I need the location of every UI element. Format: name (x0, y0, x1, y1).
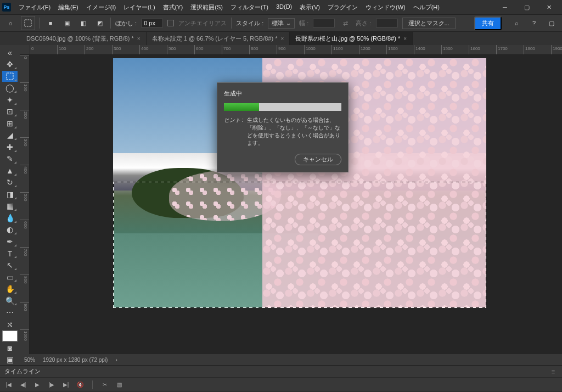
height-label: 高さ : (356, 19, 371, 27)
gradient-tool[interactable]: ▦ (2, 201, 18, 212)
menu-bar: ファイル(F) 編集(E) イメージ(I) レイヤー(L) 書式(Y) 選択範囲… (15, 2, 494, 13)
pen-tool[interactable]: ✒ (2, 236, 18, 247)
color-swap-icon[interactable]: ⤭ (2, 319, 18, 330)
menu-select[interactable]: 選択範囲(S) (187, 2, 226, 13)
add-selection-icon[interactable]: ▣ (61, 17, 73, 29)
foreground-color[interactable] (2, 331, 18, 341)
mute-icon[interactable]: 🔇 (76, 380, 85, 389)
svg-rect-1 (7, 73, 13, 80)
collapse-icon[interactable]: « (2, 47, 18, 58)
close-button[interactable]: ✕ (538, 0, 560, 14)
progress-fill (224, 103, 259, 111)
quickmask-icon[interactable]: ◙ (2, 343, 18, 354)
lasso-tool[interactable]: ◯ (2, 83, 18, 94)
crop-tool[interactable]: ⊡ (2, 107, 18, 117)
separator (40, 18, 40, 29)
close-icon[interactable]: × (403, 36, 407, 42)
feather-input[interactable] (141, 19, 163, 27)
history-brush-tool[interactable]: ↻ (2, 177, 18, 188)
menu-file[interactable]: ファイル(F) (15, 2, 54, 13)
select-and-mask-button[interactable]: 選択とマスク... (402, 18, 456, 29)
subtract-selection-icon[interactable]: ◧ (77, 17, 89, 29)
hand-tool[interactable]: ✋ (2, 283, 18, 294)
tab-1[interactable]: DSC06940.jpg @ 100% (背景, RGB/8) *× (21, 32, 147, 45)
status-chevron-icon[interactable]: › (115, 357, 117, 363)
close-icon[interactable]: × (280, 36, 284, 42)
menu-3d[interactable]: 3D(D) (273, 2, 295, 13)
tab-2[interactable]: 名称未設定 1 @ 66.7% (レイヤー 5, RGB/8#) *× (147, 32, 290, 45)
shape-tool[interactable]: ▭ (2, 272, 18, 283)
menu-image[interactable]: イメージ(I) (83, 2, 119, 13)
hint-text: 生成したくないものがある場合は、「削除」、「なし」、「～なしで」などを使用すると… (247, 116, 341, 147)
timeline-header: タイムライン ≡ (0, 366, 562, 378)
selection-marquee (113, 182, 486, 308)
next-frame-icon[interactable]: |▶ (47, 380, 56, 389)
document-dimensions[interactable]: 1920 px x 1280 px (72 ppi) (43, 357, 108, 363)
menu-edit[interactable]: 編集(E) (55, 2, 82, 13)
new-selection-icon[interactable]: ■ (44, 17, 57, 29)
style-label: スタイル : (236, 19, 263, 27)
width-label: 幅 : (299, 19, 308, 27)
options-bar: ⌂ ■ ▣ ◧ ◩ ぼかし : アンチエイリアス スタイル : 標準⌄ 幅 : … (0, 14, 562, 32)
edit-toolbar[interactable]: ⋯ (2, 307, 18, 318)
path-tool[interactable]: ↖ (2, 260, 18, 271)
ruler-corner[interactable] (20, 45, 30, 55)
prev-frame-icon[interactable]: ◀| (19, 380, 27, 389)
transition-icon[interactable]: ▧ (115, 380, 123, 389)
workspace-icon[interactable]: ▢ (546, 17, 558, 29)
wand-tool[interactable]: ✦ (2, 94, 18, 105)
tab-3[interactable]: 長野県の桜と山.jpg @ 50% (RGB/8#) *× (290, 32, 413, 45)
move-tool[interactable]: ✥ (2, 59, 18, 70)
menu-filter[interactable]: フィルター(T) (227, 2, 272, 13)
blur-tool[interactable]: 💧 (2, 212, 18, 223)
dodge-tool[interactable]: ◐ (2, 225, 18, 236)
style-dropdown[interactable]: 標準⌄ (268, 18, 295, 29)
ruler-horizontal[interactable]: 0100200300400500600700800900100011001200… (30, 45, 562, 55)
brush-tool[interactable]: ✎ (2, 154, 18, 165)
dialog-hint: ヒント : 生成したくないものがある場合は、「削除」、「なし」、「～なしで」など… (224, 116, 341, 147)
help-icon[interactable]: ? (528, 17, 540, 29)
menu-type[interactable]: 書式(Y) (160, 2, 187, 13)
app-logo: Ps (2, 3, 11, 12)
progress-bar (224, 103, 341, 111)
intersect-selection-icon[interactable]: ◩ (94, 17, 106, 29)
close-icon[interactable]: × (137, 36, 140, 42)
separator (231, 18, 232, 29)
zoom-value[interactable]: 50% (24, 357, 35, 363)
maximize-button[interactable]: ▢ (516, 0, 538, 14)
search-icon[interactable]: ⌕ (510, 17, 522, 29)
eyedropper-tool[interactable]: ◢ (2, 130, 18, 141)
goto-last-icon[interactable]: ▶| (61, 380, 70, 389)
menu-layer[interactable]: レイヤー(L) (120, 2, 158, 13)
text-tool[interactable]: T (2, 248, 18, 259)
width-input (313, 19, 335, 27)
swap-icon: ⇄ (339, 17, 351, 29)
dialog-title: 生成中 (224, 89, 341, 98)
tool-preset[interactable] (21, 16, 35, 30)
play-icon[interactable]: ▶ (33, 380, 42, 389)
share-button[interactable]: 共有 (474, 16, 502, 30)
header-right-icons: ⌕ ? ▢ (510, 17, 558, 29)
menu-window[interactable]: ウィンドウ(W) (362, 2, 409, 13)
svg-rect-0 (25, 20, 31, 26)
cancel-button[interactable]: キャンセル (295, 154, 341, 165)
zoom-tool[interactable]: 🔍 (2, 295, 18, 306)
hint-label: ヒント : (224, 116, 244, 147)
ruler-vertical[interactable]: 01002003004005006007008009001000 (20, 55, 30, 365)
split-icon[interactable]: ✂ (100, 380, 109, 389)
goto-first-icon[interactable]: |◀ (4, 380, 13, 389)
home-icon[interactable]: ⌂ (4, 17, 16, 29)
menu-plugins[interactable]: プラグイン (324, 2, 361, 13)
marquee-tool[interactable] (2, 71, 18, 82)
panel-menu-icon[interactable]: ≡ (549, 368, 558, 375)
minimize-button[interactable]: ─ (494, 0, 516, 14)
frame-tool[interactable]: ⊞ (2, 118, 18, 129)
eraser-tool[interactable]: ◨ (2, 189, 18, 200)
stamp-tool[interactable]: ▲ (2, 165, 18, 176)
menu-view[interactable]: 表示(V) (296, 2, 323, 13)
healing-tool[interactable]: ✚ (2, 142, 18, 153)
timeline-title: タイムライン (4, 367, 41, 376)
menu-help[interactable]: ヘルプ(H) (410, 2, 443, 13)
screenmode-icon[interactable]: ▣ (2, 355, 18, 366)
toolbox: « ✥ ◯ ✦ ⊡ ⊞ ◢ ✚ ✎ ▲ ↻ ◨ ▦ 💧 ◐ ✒ T ↖ ▭ ✋ … (0, 45, 20, 365)
